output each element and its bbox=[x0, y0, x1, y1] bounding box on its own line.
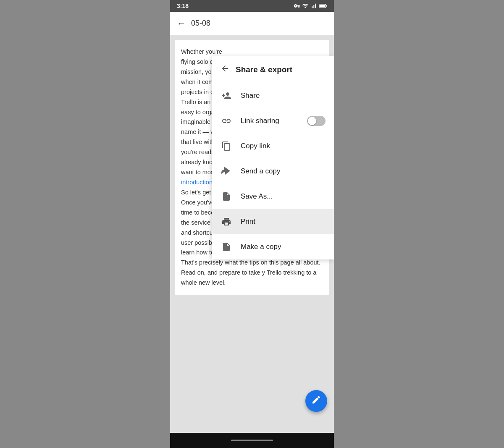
status-bar: 3:18 bbox=[170, 0, 334, 12]
link-icon bbox=[220, 116, 232, 126]
menu-item-copy-link[interactable]: Copy link bbox=[212, 134, 334, 159]
edit-fab[interactable] bbox=[305, 390, 327, 412]
menu-item-make-copy[interactable]: Make a copy bbox=[212, 234, 334, 259]
menu-header: Share & export bbox=[212, 56, 334, 83]
save-as-label: Save As... bbox=[241, 192, 326, 201]
link-sharing-right bbox=[307, 116, 326, 126]
bottom-bar bbox=[170, 433, 334, 448]
menu-back-button[interactable] bbox=[220, 64, 230, 75]
share-export-menu: Share & export Share Link sharing bbox=[212, 56, 334, 259]
signal-icon bbox=[310, 3, 317, 9]
app-bar: ← 05-08 bbox=[170, 12, 334, 35]
send-copy-label: Send a copy bbox=[241, 167, 326, 176]
content-area: Whether you'reflying solo on amission, y… bbox=[170, 35, 334, 433]
menu-item-save-as[interactable]: Save As... bbox=[212, 184, 334, 209]
copy-icon bbox=[220, 141, 232, 151]
phone-frame: 3:18 ← 05-08 bbox=[170, 0, 334, 448]
copy-doc-icon bbox=[220, 242, 232, 252]
menu-item-share[interactable]: Share bbox=[212, 83, 334, 108]
share-label: Share bbox=[241, 92, 326, 100]
menu-title: Share & export bbox=[236, 65, 292, 74]
battery-icon bbox=[319, 3, 327, 8]
key-icon bbox=[294, 3, 300, 9]
link-sharing-toggle[interactable] bbox=[307, 116, 326, 126]
save-file-icon bbox=[220, 191, 232, 202]
share-forward-icon bbox=[220, 166, 232, 176]
home-indicator bbox=[231, 440, 273, 441]
status-icons bbox=[294, 3, 327, 9]
link-sharing-label: Link sharing bbox=[241, 117, 299, 125]
svg-rect-1 bbox=[319, 5, 325, 7]
svg-rect-2 bbox=[326, 5, 328, 6]
status-time: 3:18 bbox=[177, 3, 189, 9]
edit-icon bbox=[311, 395, 321, 407]
make-copy-label: Make a copy bbox=[241, 243, 326, 251]
print-label: Print bbox=[241, 217, 326, 226]
copy-link-label: Copy link bbox=[241, 142, 326, 150]
menu-item-print[interactable]: Print bbox=[212, 209, 334, 234]
menu-item-link-sharing[interactable]: Link sharing bbox=[212, 108, 334, 134]
add-person-icon bbox=[220, 91, 232, 101]
paragraph-4: That's precisely what the tips on this p… bbox=[181, 258, 323, 288]
print-icon bbox=[220, 217, 232, 227]
app-bar-back-button[interactable]: ← bbox=[177, 18, 186, 29]
menu-item-send-copy[interactable]: Send a copy bbox=[212, 159, 334, 184]
introduction-link[interactable]: introduction bbox=[181, 179, 213, 186]
wifi-icon bbox=[302, 3, 309, 9]
app-bar-title: 05-08 bbox=[191, 19, 210, 28]
toggle-knob bbox=[308, 117, 316, 125]
